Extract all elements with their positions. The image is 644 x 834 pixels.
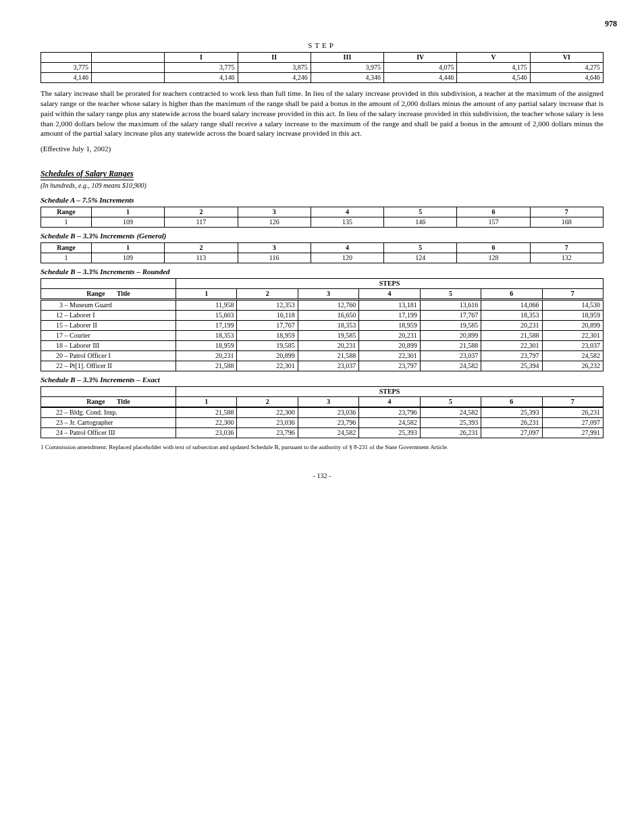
schedule-a-title: Schedule A – 7.5% Increments — [41, 196, 603, 204]
page-number: - 132 - — [41, 472, 603, 479]
table-row: 15 – Laborer II17,19917,76718,35318,9591… — [41, 321, 603, 331]
table-row: 23 – Jr. Cartographer22,30023,03623,7962… — [41, 418, 603, 428]
table-row: 3 – Museum Guard11,95812,35312,76013,181… — [41, 300, 603, 311]
table-row: 1 109 117 126 135 146 157 168 — [41, 217, 603, 228]
table-row: Range Title 1 2 3 4 5 6 7 — [41, 289, 603, 300]
table-row: Range Title 1 2 3 4 5 6 7 — [41, 397, 603, 408]
table-salary-steps: I II III IV V VI 3,775 3,775 3,875 3,975… — [41, 52, 603, 83]
paragraph-prorate: The salary increase shall be prorated fo… — [41, 88, 603, 138]
table-row: 17 – Courier18,35318,95919,58520,23120,8… — [41, 331, 603, 341]
schedule-b-exact-title: Schedule B – 3.3% Increments – Exact — [41, 375, 603, 384]
table-row: 18 – Laborer III18,95919,58520,23120,899… — [41, 341, 603, 351]
table-row: 22 – Pt[1]. Officer II21,58822,30123,037… — [41, 361, 603, 371]
schedule-b-title: Schedule B – 3.3% Increments (General) — [41, 232, 603, 240]
table-row: 22 – Bldg. Cond. Insp.21,58822,30023,036… — [41, 407, 603, 418]
table-row: STEPS — [41, 387, 603, 397]
table-schedule-b-exact: STEPS Range Title 1 2 3 4 5 6 7 22 – Bld… — [41, 386, 603, 438]
section-sub: (In hundreds, e.g., 109 means $10,900) — [41, 182, 603, 189]
doc-number: 978 — [605, 19, 617, 29]
table-row: I II III IV V VI — [41, 53, 603, 63]
effective-date: (Effective July 1, 2002) — [41, 144, 603, 154]
schedule-b-rounded-title: Schedule B – 3.3% Increments – Rounded — [41, 267, 603, 276]
table-row: 20 – Patrol Officer I20,23120,89921,5882… — [41, 351, 603, 361]
table-row: Range 1 2 3 4 5 6 7 — [41, 207, 603, 217]
steps-label-1: STEP — [41, 41, 603, 49]
table-schedule-b-rounded: STEPS Range Title 1 2 3 4 5 6 7 3 – Muse… — [41, 278, 603, 371]
table-row: 24 – Patrol Officer III23,03623,79624,58… — [41, 428, 603, 438]
table-row: 4,146 4,146 4,246 4,346 4,446 4,546 4,64… — [41, 73, 603, 83]
section-title: Schedules of Salary Ranges — [41, 169, 134, 180]
table-row: 1 109 113 116 120 124 128 132 — [41, 253, 603, 263]
table-row: 3,775 3,775 3,875 3,975 4,075 4,175 4,27… — [41, 63, 603, 73]
table-schedule-a: Range 1 2 3 4 5 6 7 1 109 117 126 135 14… — [41, 207, 603, 228]
table-row: Range 1 2 3 4 5 6 7 — [41, 243, 603, 253]
table-row: STEPS — [41, 279, 603, 289]
table-schedule-b: Range 1 2 3 4 5 6 7 1 109 113 116 120 12… — [41, 242, 603, 263]
footnote: 1 Commission amendment: Replaced placeho… — [41, 444, 603, 452]
table-row: 12 – Laborer I15,60316,11816,65017,19917… — [41, 311, 603, 321]
